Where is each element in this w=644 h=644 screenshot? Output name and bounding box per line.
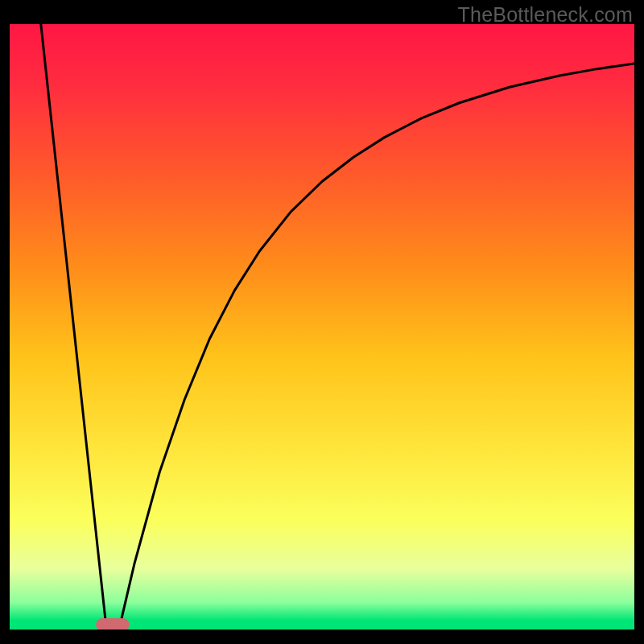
minimum-marker: [96, 618, 130, 630]
minimum-pill: [96, 618, 130, 630]
gradient-background: [10, 24, 634, 630]
bottleneck-chart: [10, 24, 634, 630]
chart-frame: [10, 24, 634, 634]
watermark-text: TheBottleneck.com: [458, 3, 633, 27]
